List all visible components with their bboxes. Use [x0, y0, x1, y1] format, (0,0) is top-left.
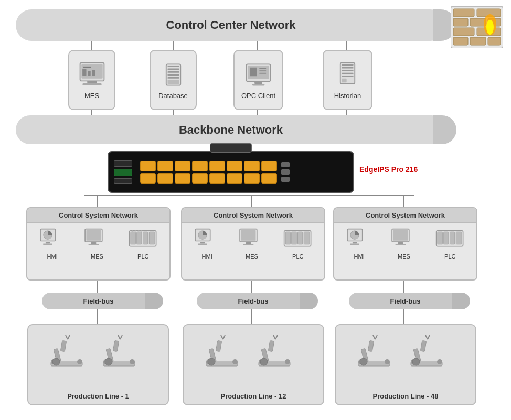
database-label: Database — [158, 92, 188, 100]
svg-rect-86 — [246, 242, 251, 244]
historian-icon — [333, 60, 362, 89]
svg-rect-118 — [113, 340, 119, 351]
svg-rect-96 — [350, 243, 359, 244]
svg-rect-150 — [420, 340, 426, 351]
svg-point-151 — [412, 358, 420, 365]
mes-label: MES — [84, 92, 99, 100]
csn-mid-plc: PLC — [283, 228, 312, 260]
backbone-network-label: Backbone Network — [179, 123, 283, 137]
svg-rect-52 — [250, 68, 257, 77]
svg-rect-87 — [243, 244, 254, 245]
production-line-12-robots — [190, 328, 316, 383]
svg-rect-78 — [138, 230, 139, 231]
svg-point-127 — [208, 358, 215, 365]
svg-rect-85 — [241, 230, 256, 241]
csn-right-devices: HMI MES PLC — [334, 223, 476, 262]
csn-left-hmi-label: HMI — [47, 253, 58, 260]
svg-line-128 — [221, 335, 223, 339]
svg-line-129 — [223, 335, 225, 339]
svg-point-119 — [105, 358, 112, 365]
csn-left-hmi: HMI — [39, 228, 66, 260]
svg-rect-37 — [88, 71, 91, 76]
svg-rect-46 — [167, 77, 179, 79]
svg-rect-99 — [398, 242, 403, 244]
svg-rect-43 — [167, 69, 179, 70]
svg-rect-91 — [298, 232, 303, 244]
opc-client-label: OPC Client — [241, 92, 275, 100]
csn-right-hmi: HMI — [346, 228, 372, 260]
svg-rect-82 — [200, 242, 205, 243]
csn-left-devices: HMI MES — [27, 223, 169, 262]
svg-rect-72 — [131, 232, 135, 244]
svg-rect-45 — [167, 74, 179, 76]
svg-rect-50 — [254, 81, 262, 84]
svg-rect-77 — [135, 230, 136, 231]
svg-rect-110 — [60, 340, 66, 351]
backbone-network-band: Backbone Network — [16, 115, 446, 144]
firewall-icon — [451, 6, 503, 48]
svg-point-135 — [260, 358, 268, 365]
svg-rect-58 — [342, 67, 354, 69]
svg-rect-39 — [87, 81, 97, 83]
svg-point-116 — [130, 359, 135, 364]
svg-line-120 — [118, 335, 120, 339]
svg-rect-90 — [292, 232, 296, 244]
svg-rect-95 — [353, 242, 357, 243]
csn-right-label: Control System Network — [334, 208, 476, 223]
svg-rect-75 — [150, 232, 155, 244]
mes-icon-right — [391, 228, 417, 252]
svg-rect-105 — [456, 232, 462, 244]
csn-left-mes: MES — [84, 228, 110, 260]
svg-rect-73 — [137, 232, 142, 244]
hmi-icon-mid — [194, 228, 220, 252]
svg-line-145 — [375, 335, 377, 339]
fieldbus-right: Field-bus — [349, 293, 462, 309]
svg-line-152 — [425, 335, 428, 339]
csn-right-plc-label: PLC — [444, 253, 455, 260]
svg-rect-23 — [453, 18, 468, 26]
svg-rect-28 — [453, 37, 468, 45]
csn-mid-mes-label: MES — [246, 253, 258, 260]
svg-line-144 — [373, 335, 375, 339]
svg-rect-100 — [396, 244, 406, 245]
csn-mid-hmi: HMI — [194, 228, 220, 260]
database-device-box: Database — [150, 50, 197, 110]
svg-point-108 — [77, 359, 82, 364]
csn-right-plc: PLC — [435, 228, 464, 260]
csn-left-label: Control System Network — [27, 208, 169, 223]
svg-line-153 — [428, 335, 430, 339]
fieldbus-left: Field-bus — [42, 293, 155, 309]
svg-rect-29 — [470, 37, 486, 45]
svg-rect-134 — [268, 340, 274, 351]
svg-rect-42 — [167, 66, 179, 67]
csn-left-plc-label: PLC — [137, 253, 148, 260]
csn-box-right: Control System Network HMI — [333, 207, 477, 281]
mes-icon-mid — [239, 228, 265, 252]
svg-rect-83 — [198, 243, 207, 244]
svg-line-112 — [66, 335, 68, 339]
svg-rect-98 — [393, 230, 408, 241]
hmi-icon-left — [39, 228, 66, 252]
edgeips-label: EdgeIPS Pro 216 — [359, 165, 418, 174]
control-center-network-band: Control Center Network — [16, 9, 446, 41]
svg-rect-38 — [92, 70, 95, 76]
csn-middle-devices: HMI MES PLC — [182, 223, 324, 262]
svg-rect-59 — [342, 70, 354, 71]
svg-rect-26 — [453, 28, 474, 36]
edgeips-device — [108, 151, 354, 193]
mes-device-box: MES — [68, 50, 115, 110]
svg-point-148 — [437, 359, 442, 364]
svg-rect-70 — [89, 244, 99, 245]
production-line-12-label: Production Line - 12 — [221, 392, 286, 400]
production-line-48: Production Line - 48 — [335, 324, 476, 405]
csn-middle-label: Control System Network — [182, 208, 324, 223]
svg-rect-89 — [285, 232, 290, 244]
svg-rect-69 — [91, 242, 97, 244]
csn-mid-hmi-label: HMI — [202, 253, 212, 260]
svg-rect-44 — [167, 71, 179, 73]
csn-right-mes-label: MES — [398, 253, 410, 260]
production-line-48-robots — [343, 328, 469, 383]
svg-rect-142 — [368, 340, 374, 351]
csn-left-mes-label: MES — [91, 253, 103, 260]
svg-rect-51 — [252, 84, 265, 86]
